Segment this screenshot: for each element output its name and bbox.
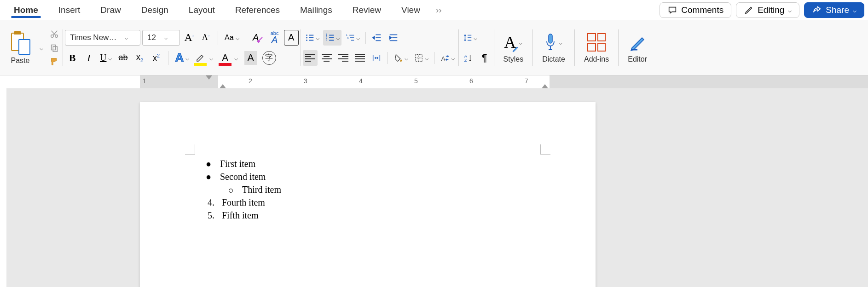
tab-mailings[interactable]: Mailings — [290, 0, 342, 20]
clear-format-button[interactable]: A — [251, 30, 266, 46]
highlight-button[interactable]: ⌵ — [193, 50, 208, 66]
subscript-button[interactable]: x2 — [132, 50, 147, 66]
margin-corner — [540, 144, 550, 155]
svg-rect-3 — [53, 46, 57, 52]
char-border-button[interactable]: A — [284, 30, 299, 46]
addins-label: Add-ins — [584, 55, 609, 63]
document-canvas: ●First item ●Second item Third item 4.Fo… — [0, 88, 868, 287]
increase-indent-button[interactable] — [386, 30, 401, 46]
underline-button[interactable]: U⌵ — [98, 50, 114, 66]
ruler-tick-label: 7 — [525, 77, 528, 85]
list-item[interactable]: 4.Fourth item — [204, 196, 550, 209]
paragraph-marks-button[interactable]: ¶ — [477, 50, 492, 66]
svg-text:A: A — [441, 55, 445, 62]
cut-button[interactable] — [48, 29, 61, 40]
editor-button[interactable]: Editor — [620, 30, 654, 65]
tab-design[interactable]: Design — [131, 0, 179, 20]
align-center-button[interactable] — [319, 50, 334, 66]
editing-mode-button[interactable]: Editing ⌵ — [736, 2, 799, 18]
paste-label: Paste — [11, 57, 30, 65]
svg-text:a: a — [347, 36, 349, 39]
vertical-ruler[interactable] — [0, 88, 6, 287]
format-painter-button[interactable] — [48, 56, 61, 67]
addins-icon — [587, 33, 606, 52]
document-page[interactable]: ●First item ●Second item Third item 4.Fo… — [140, 102, 596, 287]
svg-text:3: 3 — [325, 38, 327, 41]
tab-layout[interactable]: Layout — [179, 0, 225, 20]
borders-button[interactable]: ⌵ — [412, 50, 430, 66]
align-right-button[interactable] — [336, 50, 351, 66]
ruler-tick-label: 3 — [304, 77, 307, 85]
styles-label: Styles — [503, 55, 524, 63]
ruler-tick-label: 2 — [249, 77, 252, 85]
list-item[interactable]: 5.Fifth item — [204, 209, 550, 222]
phonetic-guide-button[interactable]: abc A — [267, 30, 282, 46]
microphone-icon — [545, 33, 556, 52]
ribbon-tabs: Home Insert Draw Design Layout Reference… — [0, 0, 868, 20]
svg-rect-2 — [52, 45, 56, 50]
enclose-chars-button[interactable]: 字 — [260, 50, 278, 66]
svg-point-6 — [306, 37, 307, 38]
list-item[interactable]: ●First item — [204, 157, 550, 170]
change-case-button[interactable]: Aa⌵ — [223, 30, 241, 46]
margin-corner — [185, 144, 195, 155]
chevron-down-icon: ⌵ — [121, 34, 132, 41]
font-size-combo[interactable]: 12⌵ — [142, 30, 180, 46]
share-button[interactable]: Share ⌵ — [804, 2, 864, 18]
dictate-label: Dictate — [542, 55, 565, 63]
tab-home[interactable]: Home — [4, 0, 48, 20]
sort-button[interactable]: AZ — [461, 50, 475, 66]
right-indent-marker[interactable] — [542, 84, 548, 88]
numbered-list-button[interactable]: 123 ⌵ — [323, 30, 341, 46]
tabs-overflow-icon[interactable]: ›› — [430, 5, 447, 15]
editor-label: Editor — [628, 55, 647, 63]
decrease-font-button[interactable]: Aˇ — [198, 30, 213, 46]
first-line-indent-marker[interactable] — [206, 75, 212, 80]
styles-button[interactable]: A ⌵ Styles — [496, 30, 531, 65]
svg-point-5 — [306, 34, 307, 36]
superscript-button[interactable]: x2 — [149, 50, 163, 66]
line-spacing-button[interactable]: ⌵ — [461, 30, 479, 46]
list-item[interactable]: ●Second item — [204, 170, 550, 183]
highlighter-icon — [195, 53, 205, 63]
italic-button[interactable]: I — [81, 50, 96, 66]
tab-references[interactable]: References — [225, 0, 290, 20]
copy-button[interactable] — [48, 42, 61, 53]
align-left-button[interactable] — [303, 50, 318, 66]
svg-text:Z: Z — [464, 58, 467, 63]
multilevel-list-button[interactable]: 1a ⌵ — [343, 30, 362, 46]
fill-shading-button[interactable]: ⌵ — [392, 50, 410, 66]
text-direction-button[interactable]: A ⌵ — [438, 50, 457, 66]
dictate-button[interactable]: ⌵ Dictate — [535, 30, 573, 65]
chevron-down-icon: ⌵ — [161, 34, 171, 41]
addins-button[interactable]: Add-ins — [577, 30, 616, 65]
list-item[interactable]: Third item — [204, 183, 550, 196]
font-name-combo[interactable]: Times New…⌵ — [65, 30, 140, 46]
tab-insert[interactable]: Insert — [48, 0, 91, 20]
hanging-indent-marker[interactable] — [220, 84, 226, 88]
document-body[interactable]: ●First item ●Second item Third item 4.Fo… — [204, 157, 550, 222]
tab-review[interactable]: Review — [342, 0, 391, 20]
distributed-button[interactable] — [369, 50, 384, 66]
justify-button[interactable] — [353, 50, 367, 66]
ribbon-home: Paste ⌵ Times New…⌵ 12⌵ Aˆ Aˇ Aa⌵ — [0, 20, 868, 75]
ruler-tick-label: 1 — [143, 77, 146, 85]
paste-icon — [10, 31, 30, 55]
ruler[interactable]: 1 2 3 4 5 6 7 — [0, 75, 868, 88]
bold-button[interactable]: B — [65, 50, 80, 66]
chevron-down-icon: ⌵ — [853, 6, 856, 14]
decrease-indent-button[interactable] — [370, 30, 384, 46]
bulleted-list-button[interactable]: ⌵ — [303, 30, 321, 46]
font-color-button[interactable]: A ⌵ — [218, 50, 232, 66]
tab-view[interactable]: View — [391, 0, 430, 20]
increase-font-button[interactable]: Aˆ — [182, 30, 197, 46]
comments-button[interactable]: Comments — [660, 2, 731, 18]
strikethrough-button[interactable]: ab — [116, 50, 130, 66]
char-shading-button[interactable]: A — [243, 50, 259, 66]
tab-draw[interactable]: Draw — [90, 0, 131, 20]
ruler-tick-label: 4 — [359, 77, 363, 85]
comment-icon — [667, 5, 677, 15]
paste-menu-chevron[interactable]: ⌵ — [35, 42, 48, 53]
paste-button[interactable]: Paste — [6, 24, 35, 71]
text-effects-button[interactable]: A⌵ — [173, 50, 191, 66]
